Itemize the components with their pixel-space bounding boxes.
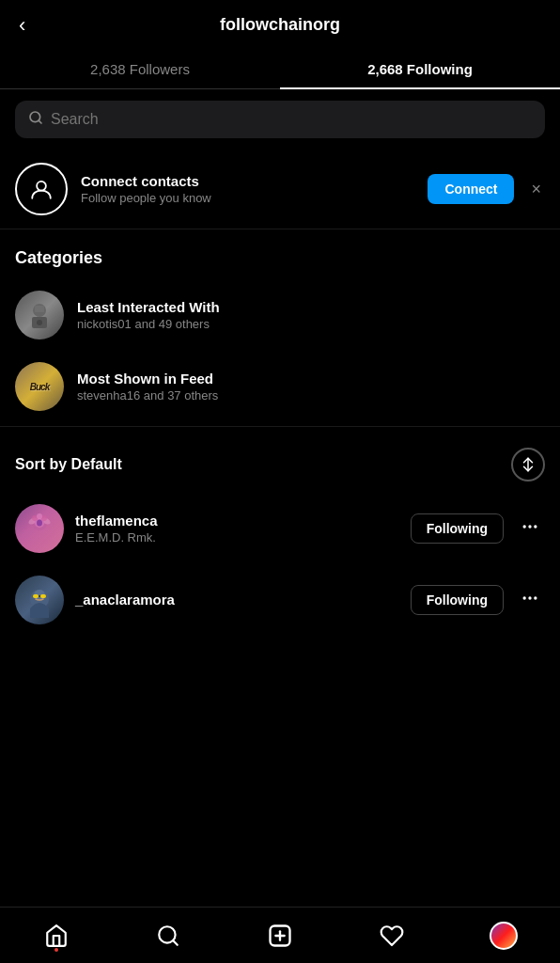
following-item-1: theflamenca E.E.M.D. Rmk. Following — [0, 493, 560, 564]
tabs-container: 2,638 Followers 2,668 Following — [0, 50, 560, 89]
search-icon — [28, 110, 43, 129]
nav-search-icon — [156, 924, 180, 948]
tab-following[interactable]: 2,668 Following — [280, 50, 560, 88]
heart-icon — [380, 924, 404, 948]
category-avatar-1 — [15, 291, 64, 339]
categories-title: Categories — [0, 229, 560, 279]
category-name-1: Least Interacted With — [77, 299, 545, 315]
svg-point-2 — [37, 182, 46, 191]
category-sub-1: nickotis01 and 49 others — [77, 317, 545, 331]
user-avatar-theflamenca — [15, 504, 64, 553]
nav-home[interactable] — [0, 916, 112, 955]
more-options-button-1[interactable] — [515, 513, 545, 545]
search-input[interactable] — [51, 111, 532, 128]
svg-line-28 — [173, 940, 178, 945]
following-info-1: theflamenca E.E.M.D. Rmk. — [75, 513, 399, 545]
following-username-2: _anaclaramora — [75, 592, 399, 608]
close-connect-button[interactable]: × — [527, 176, 545, 203]
svg-point-15 — [37, 513, 42, 519]
svg-rect-6 — [35, 306, 44, 312]
following-item-2: _anaclaramora Following — [0, 564, 560, 636]
svg-point-5 — [37, 320, 42, 325]
profile-avatar-nav — [490, 922, 518, 950]
nav-heart[interactable] — [336, 916, 448, 955]
following-button-1[interactable]: Following — [411, 513, 504, 544]
svg-point-25 — [528, 596, 531, 599]
category-most-shown[interactable]: Buck Most Shown in Feed stevenha16 and 3… — [0, 351, 560, 422]
sort-row: Sort by Default — [0, 431, 560, 493]
connect-title: Connect contacts — [81, 173, 414, 189]
search-container — [0, 89, 560, 150]
svg-point-26 — [534, 596, 537, 599]
section-divider — [0, 426, 560, 427]
category-avatar-2: Buck — [15, 362, 64, 411]
svg-point-12 — [37, 520, 42, 527]
category-sub-2: stevenha16 and 37 others — [77, 388, 545, 403]
nav-search[interactable] — [112, 916, 224, 955]
connect-text: Connect contacts Follow people you know — [81, 173, 414, 205]
following-info-2: _anaclaramora — [75, 592, 399, 609]
sort-label: Sort by Default — [15, 456, 122, 473]
following-bio-1: E.E.M.D. Rmk. — [75, 530, 399, 545]
svg-point-17 — [528, 525, 531, 528]
user-avatar-anaclaramora — [15, 576, 64, 624]
tab-followers[interactable]: 2,638 Followers — [0, 50, 280, 88]
svg-point-24 — [523, 596, 526, 599]
category-name-2: Most Shown in Feed — [77, 371, 545, 387]
profile-username: followchainorg — [220, 15, 340, 35]
home-notification-dot — [54, 948, 58, 952]
svg-point-18 — [534, 525, 537, 528]
back-button[interactable]: ‹ — [15, 9, 29, 41]
home-icon — [44, 924, 69, 948]
more-options-button-2[interactable] — [515, 585, 545, 616]
connect-subtitle: Follow people you know — [81, 191, 414, 205]
category-info-2: Most Shown in Feed stevenha16 and 37 oth… — [77, 371, 545, 403]
header: ‹ followchainorg — [0, 0, 560, 50]
add-icon — [267, 923, 293, 949]
category-info-1: Least Interacted With nickotis01 and 49 … — [77, 299, 545, 331]
svg-rect-22 — [40, 594, 46, 598]
contact-avatar — [15, 163, 68, 215]
following-button-2[interactable]: Following — [411, 585, 504, 615]
bottom-nav — [0, 907, 560, 963]
svg-line-1 — [39, 120, 41, 123]
connect-button[interactable]: Connect — [428, 174, 514, 204]
following-username-1: theflamenca — [75, 513, 399, 529]
categories-section: Categories Least Interacted With nickoti… — [0, 229, 560, 422]
svg-rect-21 — [33, 594, 39, 598]
connect-contacts-banner: Connect contacts Follow people you know … — [0, 150, 560, 229]
svg-point-16 — [523, 525, 526, 528]
search-box — [15, 101, 545, 138]
nav-profile[interactable] — [448, 914, 560, 957]
category-least-interacted[interactable]: Least Interacted With nickotis01 and 49 … — [0, 279, 560, 351]
nav-add[interactable] — [224, 915, 335, 956]
sort-button[interactable] — [511, 448, 545, 482]
